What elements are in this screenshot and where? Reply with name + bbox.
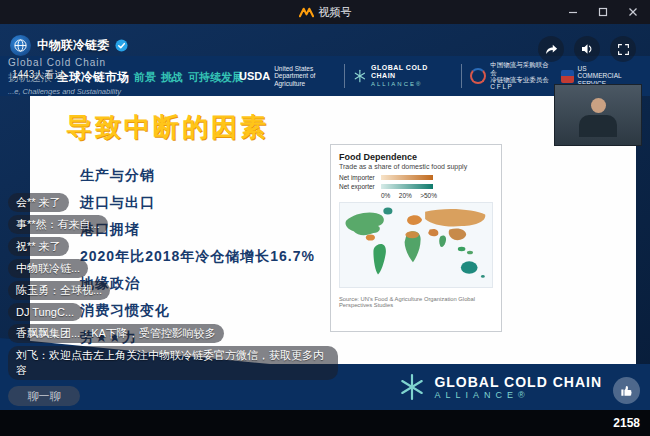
app-window: 视频号 Global Cold Chain 扬帆速浪 全球冷链市场 前景 bbox=[0, 0, 650, 436]
world-map bbox=[339, 202, 493, 288]
fullscreen-button[interactable] bbox=[610, 36, 636, 62]
cflp-text: 中国物流与采购联合会 冷链物流专业委员会 C F L P bbox=[490, 61, 552, 91]
channels-logo-icon bbox=[299, 6, 314, 18]
stream-actions bbox=[538, 36, 636, 62]
chat-message: 香飘飘集团...：KA下降，受管控影响较多 bbox=[8, 324, 224, 343]
chat-message: 刘飞：欢迎点击左上角关注中物联冷链委官方微信，获取更多内容 bbox=[8, 346, 338, 380]
scale-0: 0% bbox=[381, 192, 390, 199]
scale-20: 20% bbox=[399, 192, 412, 199]
share-button[interactable] bbox=[538, 36, 564, 62]
close-icon bbox=[628, 7, 638, 17]
slide-subtitle-en: ...e, Challenges and Sustainability bbox=[8, 87, 239, 96]
minimize-button[interactable] bbox=[558, 0, 588, 24]
chart-title: Food Dependence bbox=[339, 152, 493, 162]
legend-exporter-swatch bbox=[381, 184, 433, 189]
cflp-logo: 中国物流与采购联合会 冷链物流专业委员会 C F L P bbox=[470, 61, 552, 91]
close-button[interactable] bbox=[618, 0, 648, 24]
speaker-icon bbox=[580, 42, 594, 56]
cflp-line2: 冷链物流专业委员会 bbox=[490, 76, 552, 83]
gcca-footer-line1: GLOBAL COLD CHAIN bbox=[434, 374, 602, 390]
chat-input[interactable]: 聊一聊 bbox=[8, 386, 80, 406]
like-button[interactable] bbox=[613, 377, 640, 404]
legend-importer-label: Net importer bbox=[339, 174, 377, 181]
speaker-head bbox=[591, 98, 606, 113]
scale-50: >50% bbox=[420, 192, 437, 199]
gcca-footer-line2: ALLIANCE® bbox=[434, 390, 602, 400]
window-controls bbox=[558, 0, 648, 24]
logo-divider bbox=[461, 64, 462, 88]
tagline-main: 全球冷链市场 bbox=[57, 69, 129, 86]
gcca-line2: ALLIANCE® bbox=[371, 81, 453, 88]
slide-header-band: Global Cold Chain 扬帆速浪 全球冷链市场 前景 挑战 可持续发… bbox=[0, 56, 650, 96]
chat-message: 事**然：有来自... bbox=[8, 215, 108, 234]
cflp-emblem-icon bbox=[470, 68, 486, 84]
chat-message: 陈玉勇：全球视... bbox=[8, 281, 110, 300]
app-title: 视频号 bbox=[319, 5, 352, 20]
share-icon bbox=[544, 43, 558, 56]
maximize-icon bbox=[598, 7, 608, 17]
gcca-footer-logo: GLOBAL COLD CHAIN ALLIANCE® bbox=[399, 374, 602, 400]
legend-importer-swatch bbox=[381, 175, 433, 180]
usda-acronym: USDA bbox=[239, 70, 270, 82]
gcca-line1: GLOBAL COLD CHAIN bbox=[371, 64, 453, 81]
snowflake-icon bbox=[399, 374, 425, 400]
slide-brand-title: Global Cold Chain bbox=[8, 57, 239, 68]
logo-divider bbox=[344, 64, 345, 88]
titlebar-brand: 视频号 bbox=[299, 5, 352, 20]
fullscreen-icon bbox=[617, 43, 630, 56]
uscs-line1: US bbox=[578, 65, 640, 72]
speaker-shoulders bbox=[579, 115, 617, 137]
chat-message: 中物联冷链... bbox=[8, 259, 88, 278]
minimize-icon bbox=[568, 7, 578, 17]
globe-icon bbox=[13, 38, 28, 53]
chart-source: Source: UN's Food & Agriculture Organiza… bbox=[339, 296, 493, 308]
tagline-chip-challenges: 挑战 bbox=[161, 70, 183, 85]
us-flag-icon bbox=[561, 70, 574, 83]
viewer-count: 1443人看过 bbox=[12, 68, 64, 82]
chat-message: 会** 来了 bbox=[8, 193, 69, 212]
legend-exporter-row: Net exporter bbox=[339, 183, 493, 190]
chat-message-list: 会** 来了 事**然：有来自... 祝** 来了 中物联冷链... 陈玉勇：全… bbox=[8, 193, 338, 380]
slide-bullet: 生产与分销 bbox=[80, 162, 315, 189]
legend-exporter-label: Net exporter bbox=[339, 183, 377, 190]
snowflake-icon bbox=[353, 69, 367, 83]
titlebar: 视频号 bbox=[0, 0, 650, 24]
channel-header[interactable]: 中物联冷链委 bbox=[10, 35, 128, 56]
thumbs-up-icon bbox=[619, 383, 634, 398]
tagline-chip-prospects: 前景 bbox=[134, 70, 156, 85]
tagline-chip-sustainability: 可持续发展 bbox=[188, 70, 243, 85]
gcca-logo: GLOBAL COLD CHAIN ALLIANCE® bbox=[353, 64, 453, 88]
maximize-button[interactable] bbox=[588, 0, 618, 24]
channel-name[interactable]: 中物联冷链委 bbox=[37, 37, 109, 54]
legend-importer-row: Net importer bbox=[339, 174, 493, 181]
volume-button[interactable] bbox=[574, 36, 600, 62]
gcca-text: GLOBAL COLD CHAIN ALLIANCE® bbox=[371, 64, 453, 88]
slide-title: 导致中断的因素 bbox=[66, 110, 269, 145]
chat-message: 祝** 来了 bbox=[8, 237, 69, 256]
usda-logo: USDA United States Department of Agricul… bbox=[239, 65, 336, 87]
chart-subtitle: Trade as a share of domestic food supply bbox=[339, 163, 493, 170]
food-dependence-chart: Food Dependence Trade as a share of dome… bbox=[330, 144, 502, 332]
gcca-footer-text: GLOBAL COLD CHAIN ALLIANCE® bbox=[434, 374, 602, 400]
channel-avatar[interactable] bbox=[10, 35, 31, 56]
live-stream-stage: Global Cold Chain 扬帆速浪 全球冷链市场 前景 挑战 可持续发… bbox=[0, 24, 650, 436]
cflp-line1: 中国物流与采购联合会 bbox=[490, 61, 552, 76]
chat-message: DJ TungC... bbox=[8, 303, 82, 322]
legend-scale: 0% 20% >50% bbox=[381, 192, 437, 199]
verified-badge-icon bbox=[115, 39, 128, 52]
like-count: 2158 bbox=[613, 416, 640, 430]
usda-name: United States Department of Agriculture bbox=[274, 65, 336, 87]
speaker-video bbox=[554, 84, 642, 146]
cflp-acronym: C F L P bbox=[490, 83, 552, 90]
bottom-bar: 2158 bbox=[0, 410, 650, 436]
